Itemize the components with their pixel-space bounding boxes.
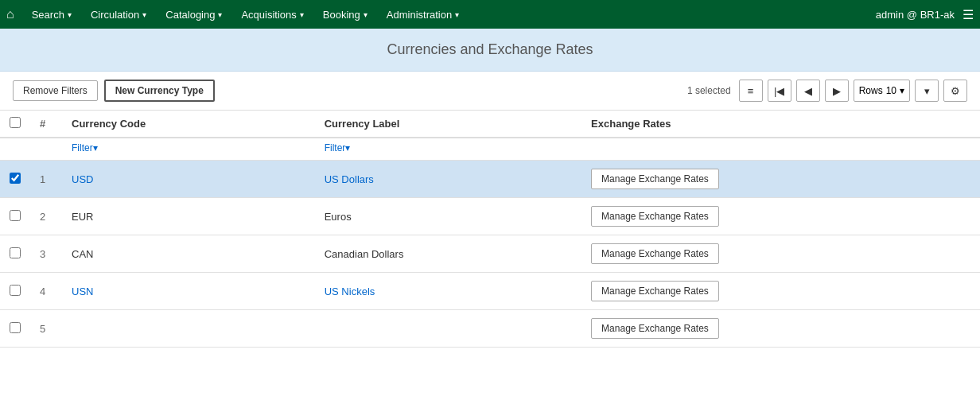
row-checkbox-cell	[0, 235, 30, 273]
prev-page-icon[interactable]: ◀	[796, 80, 820, 102]
row-exchange-4: Manage Exchange Rates	[581, 273, 980, 310]
hamburger-icon[interactable]: ☰	[962, 7, 974, 22]
filter-checkbox-cell	[0, 138, 30, 161]
row-checkbox-2[interactable]	[10, 210, 21, 221]
rows-per-page-select[interactable]: Rows 10 ▾	[854, 80, 910, 102]
selected-count-label: 1 selected	[687, 85, 731, 96]
row-exchange-5: Manage Exchange Rates	[581, 310, 980, 348]
row-label-5	[315, 310, 581, 348]
row-code-2: EUR	[62, 198, 315, 235]
acquisitions-caret-icon: ▾	[300, 10, 304, 19]
new-currency-type-button[interactable]: New Currency Type	[104, 80, 215, 102]
row-checkbox-5[interactable]	[10, 322, 21, 333]
row-exchange-3: Manage Exchange Rates	[581, 235, 980, 273]
filter-code-cell: Filter▾	[62, 138, 315, 161]
cataloging-caret-icon: ▾	[218, 10, 222, 19]
filter-label-cell: Filter▾	[315, 138, 581, 161]
row-code-4[interactable]: USN	[62, 273, 315, 310]
first-page-icon[interactable]: |◀	[768, 80, 791, 102]
row-num-5: 5	[30, 310, 62, 348]
rows-label: Rows	[859, 85, 883, 96]
nav-menu: Search ▾ Circulation ▾ Cataloging ▾ Acqu…	[24, 0, 876, 29]
next-page-icon[interactable]: ▶	[825, 80, 849, 102]
rows-caret-icon: ▾	[900, 85, 904, 96]
table-row: 1 USD US Dollars Manage Exchange Rates	[0, 161, 980, 198]
nav-item-search[interactable]: Search ▾	[24, 0, 80, 29]
header-currency-label: Currency Label	[315, 111, 581, 138]
table-row: 3 CAN Canadian Dollars Manage Exchange R…	[0, 235, 980, 273]
filter-code-link[interactable]: Filter▾	[72, 142, 98, 153]
manage-exchange-rates-button-4[interactable]: Manage Exchange Rates	[591, 281, 719, 301]
row-checkbox-cell	[0, 161, 30, 198]
row-checkbox-cell	[0, 198, 30, 235]
manage-exchange-rates-button-3[interactable]: Manage Exchange Rates	[591, 243, 719, 264]
administration-caret-icon: ▾	[455, 10, 459, 19]
filter-row: Filter▾ Filter▾	[0, 138, 980, 161]
toolbar: Remove Filters New Currency Type 1 selec…	[0, 72, 980, 111]
currency-label-header-label[interactable]: Currency Label	[325, 118, 400, 130]
header-checkbox-cell	[0, 111, 30, 138]
nav-item-circulation[interactable]: Circulation ▾	[83, 0, 154, 29]
remove-filters-button[interactable]: Remove Filters	[13, 80, 98, 101]
row-num-3: 3	[30, 235, 62, 273]
row-checkbox-cell	[0, 310, 30, 348]
row-checkbox-cell	[0, 273, 30, 310]
row-exchange-2: Manage Exchange Rates	[581, 198, 980, 235]
currency-code-header-label[interactable]: Currency Code	[72, 118, 146, 130]
row-label-4[interactable]: US Nickels	[315, 273, 581, 310]
row-exchange-1: Manage Exchange Rates	[581, 161, 980, 198]
bulk-actions-icon[interactable]: ≡	[739, 80, 763, 102]
manage-exchange-rates-button-1[interactable]: Manage Exchange Rates	[591, 169, 719, 189]
toolbar-right: 1 selected ≡ |◀ ◀ ▶ Rows 10 ▾ ▾ ⚙	[687, 80, 967, 102]
nav-right-section: admin @ BR1-ak ☰	[876, 7, 974, 22]
row-code-3: CAN	[62, 235, 315, 273]
user-info: admin @ BR1-ak	[876, 9, 955, 21]
table-header-row: # Currency Code Currency Label Exchange …	[0, 111, 980, 138]
select-all-checkbox[interactable]	[10, 117, 21, 128]
collapse-icon[interactable]: ▾	[915, 80, 939, 102]
currency-table-container: # Currency Code Currency Label Exchange …	[0, 111, 980, 348]
nav-item-cataloging[interactable]: Cataloging ▾	[158, 0, 230, 29]
filter-exchange-cell	[581, 138, 980, 161]
header-num: #	[30, 111, 62, 138]
table-row: 2 EUR Euros Manage Exchange Rates	[0, 198, 980, 235]
page-header: Currencies and Exchange Rates	[0, 29, 980, 72]
search-caret-icon: ▾	[68, 10, 72, 19]
page-title: Currencies and Exchange Rates	[387, 41, 593, 57]
settings-icon[interactable]: ⚙	[943, 80, 967, 102]
rows-value: 10	[886, 85, 896, 96]
nav-item-administration[interactable]: Administration ▾	[379, 0, 467, 29]
row-num-4: 4	[30, 273, 62, 310]
row-checkbox-1[interactable]	[10, 173, 21, 184]
header-exchange-rates: Exchange Rates	[581, 111, 980, 138]
row-checkbox-3[interactable]	[10, 247, 21, 258]
booking-caret-icon: ▾	[364, 10, 368, 19]
row-num-1: 1	[30, 161, 62, 198]
navigation-bar: ⌂ Search ▾ Circulation ▾ Cataloging ▾ Ac…	[0, 0, 980, 29]
row-code-5	[62, 310, 315, 348]
currency-table: # Currency Code Currency Label Exchange …	[0, 111, 980, 348]
row-checkbox-4[interactable]	[10, 285, 21, 296]
header-currency-code: Currency Code	[62, 111, 315, 138]
nav-item-acquisitions[interactable]: Acquisitions ▾	[233, 0, 311, 29]
table-row: 4 USN US Nickels Manage Exchange Rates	[0, 273, 980, 310]
filter-num-cell	[30, 138, 62, 161]
nav-item-booking[interactable]: Booking ▾	[315, 0, 375, 29]
home-icon[interactable]: ⌂	[6, 7, 14, 21]
manage-exchange-rates-button-2[interactable]: Manage Exchange Rates	[591, 206, 719, 227]
row-code-1[interactable]: USD	[62, 161, 315, 198]
circulation-caret-icon: ▾	[142, 10, 146, 19]
row-label-2: Euros	[315, 198, 581, 235]
row-label-3: Canadian Dollars	[315, 235, 581, 273]
row-label-1[interactable]: US Dollars	[315, 161, 581, 198]
manage-exchange-rates-button-5[interactable]: Manage Exchange Rates	[591, 318, 719, 339]
row-num-2: 2	[30, 198, 62, 235]
filter-label-link[interactable]: Filter▾	[325, 142, 351, 153]
table-row: 5 Manage Exchange Rates	[0, 310, 980, 348]
